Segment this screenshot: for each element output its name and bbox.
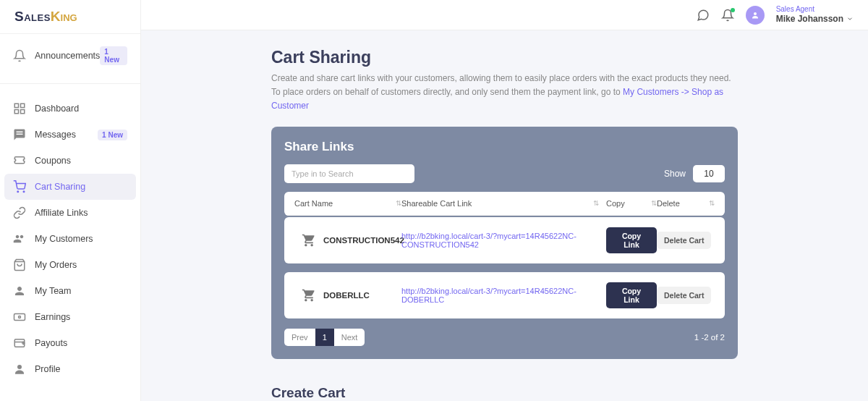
share-links-card: Share Links Show Cart Name⇅ Shareable Ca… [271, 127, 738, 359]
cart-icon [302, 233, 316, 248]
payout-icon [13, 337, 26, 350]
money-icon [13, 311, 26, 324]
sidebar-item-messages[interactable]: Messages 1 New [0, 122, 140, 148]
delete-cart-button[interactable]: Delete Cart [657, 287, 711, 304]
svg-rect-2 [21, 110, 25, 114]
svg-point-13 [754, 12, 757, 15]
table-row: DOBERLLC http://b2bking.local/cart-3/?my… [284, 272, 725, 318]
sort-icon[interactable]: ⇅ [651, 199, 657, 207]
sidebar-label: Coupons [35, 156, 127, 166]
card-title: Share Links [284, 140, 725, 154]
sidebar-item-announcements[interactable]: Announcements 1 New [0, 40, 140, 72]
sidebar-item-payouts[interactable]: Payouts [0, 330, 140, 356]
users-icon [13, 232, 26, 245]
sidebar-label: Payouts [35, 338, 127, 348]
show-label: Show [664, 169, 686, 179]
team-icon [13, 284, 26, 297]
user-role: Sales Agent [776, 5, 814, 14]
cart-name: CONSTRUCTION542 [323, 236, 401, 245]
logo-text-1: Sales [14, 9, 51, 24]
pagination: Prev 1 Next [284, 329, 365, 346]
show-select[interactable] [693, 165, 725, 182]
cart-icon [302, 288, 316, 303]
logo: SalesKing [0, 0, 140, 34]
ticket-icon [13, 154, 26, 167]
topbar: Sales Agent Mike Johansson [141, 0, 868, 30]
sidebar: SalesKing Announcements 1 New Dashboard … [0, 0, 141, 401]
create-cart-section: Create Cart To create a personalized sha… [271, 385, 738, 401]
chat-icon[interactable] [697, 9, 710, 22]
sidebar-label: Messages [35, 130, 98, 140]
next-button[interactable]: Next [334, 329, 365, 346]
sidebar-item-dashboard[interactable]: Dashboard [0, 96, 140, 122]
copy-link-button[interactable]: Copy Link [606, 227, 657, 253]
create-title: Create Cart [271, 385, 738, 401]
svg-point-12 [17, 365, 22, 369]
th-name[interactable]: Cart Name [294, 199, 333, 208]
cart-link[interactable]: http://b2bking.local/cart-3/?mycart=14R4… [401, 287, 576, 304]
sort-icon[interactable]: ⇅ [593, 199, 599, 207]
sidebar-label: Announcements [35, 51, 100, 61]
sidebar-item-coupons[interactable]: Coupons [0, 148, 140, 174]
profile-icon [13, 363, 26, 376]
sidebar-badge: 1 New [100, 46, 127, 65]
svg-point-5 [23, 191, 25, 193]
svg-rect-1 [21, 104, 25, 107]
sidebar-label: My Customers [35, 234, 127, 244]
delete-cart-button[interactable]: Delete Cart [657, 232, 711, 249]
message-icon [13, 128, 26, 141]
sidebar-label: Profile [35, 364, 127, 374]
avatar[interactable] [746, 6, 765, 25]
cart-name: DOBERLLC [323, 291, 401, 300]
notifications-icon[interactable] [721, 9, 734, 22]
sidebar-item-earnings[interactable]: Earnings [0, 304, 140, 330]
sidebar-item-my-orders[interactable]: My Orders [0, 252, 140, 278]
link-icon [13, 206, 26, 219]
grid-icon [13, 102, 26, 115]
cart-link[interactable]: http://b2bking.local/cart-3/?mycart=14R4… [401, 232, 576, 249]
table-row: CONSTRUCTION542 http://b2bking.local/car… [284, 217, 725, 263]
prev-button[interactable]: Prev [284, 329, 315, 346]
sidebar-badge: 1 New [98, 130, 127, 140]
sidebar-label: Dashboard [35, 104, 127, 114]
search-input[interactable] [284, 164, 414, 183]
copy-link-button[interactable]: Copy Link [606, 282, 657, 308]
chevron-down-icon [846, 15, 854, 22]
page-1-button[interactable]: 1 [315, 329, 334, 346]
page-description-2: To place orders on behalf of customers d… [271, 85, 738, 113]
cart-icon [13, 180, 26, 193]
bag-icon [13, 258, 26, 271]
sidebar-item-affiliate-links[interactable]: Affiliate Links [0, 200, 140, 226]
sidebar-label: Earnings [35, 312, 127, 322]
svg-rect-7 [14, 314, 25, 321]
th-link[interactable]: Shareable Cart Link [401, 199, 472, 208]
bell-icon [13, 49, 26, 62]
sidebar-label: Affiliate Links [35, 208, 127, 218]
page-info: 1 -2 of 2 [694, 333, 725, 342]
sort-icon[interactable]: ⇅ [396, 199, 401, 207]
page-description-1: Create and share cart links with your cu… [271, 72, 738, 85]
sidebar-item-profile[interactable]: Profile [0, 356, 140, 382]
svg-rect-0 [14, 104, 18, 107]
sidebar-label: Cart Sharing [35, 182, 127, 192]
page-title: Cart Sharing [271, 48, 738, 67]
svg-point-8 [19, 316, 21, 318]
svg-rect-3 [14, 110, 18, 114]
th-copy[interactable]: Copy [606, 199, 625, 208]
table-header: Cart Name⇅ Shareable Cart Link⇅ Copy⇅ De… [284, 192, 725, 216]
sidebar-label: My Orders [35, 260, 127, 270]
svg-point-4 [17, 191, 19, 193]
sidebar-label: My Team [35, 286, 127, 296]
user-menu[interactable]: Sales Agent Mike Johansson [776, 5, 854, 24]
user-name: Mike Johansson [776, 14, 843, 24]
th-delete[interactable]: Delete [657, 199, 680, 208]
sidebar-item-my-customers[interactable]: My Customers [0, 226, 140, 252]
sort-icon[interactable]: ⇅ [709, 199, 715, 207]
sidebar-item-cart-sharing[interactable]: Cart Sharing [4, 174, 136, 200]
logo-text-2: King [51, 9, 77, 24]
sidebar-item-my-team[interactable]: My Team [0, 278, 140, 304]
notification-dot [731, 8, 735, 12]
